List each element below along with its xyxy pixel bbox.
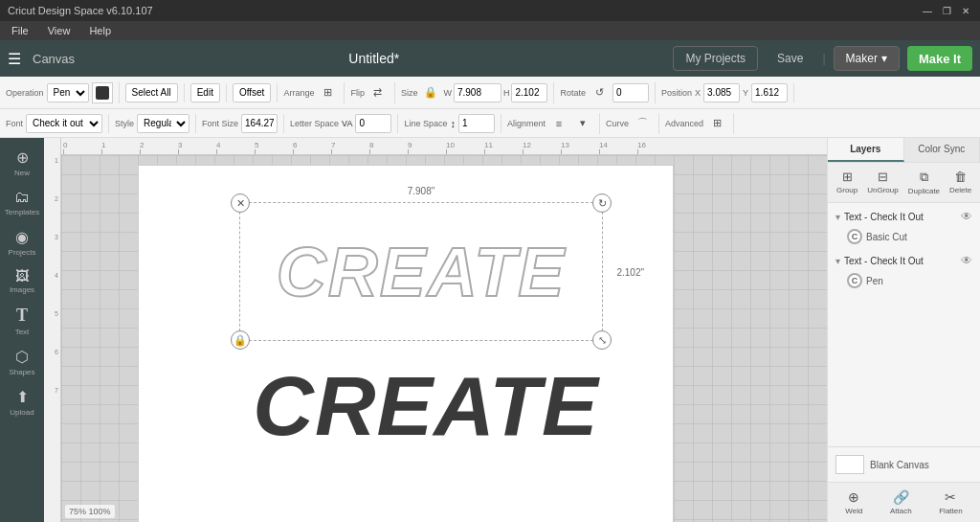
sidebar-item-upload[interactable]: ⬆ Upload — [3, 383, 41, 421]
ungroup-icon: ⊟ — [878, 170, 888, 184]
font-label: Font — [6, 119, 23, 128]
sidebar-item-projects[interactable]: ◉ Projects — [3, 223, 41, 261]
zoom-indicator: 75% 100% — [65, 505, 115, 518]
align-chevron-icon[interactable]: ▾ — [572, 113, 593, 134]
restore-button[interactable]: ❐ — [940, 4, 953, 17]
flatten-label: Flatten — [939, 507, 962, 515]
font-toolbar: Font Check it out Style Regular Font Siz… — [0, 109, 980, 138]
delete-button[interactable]: 🗑 Delete — [945, 167, 976, 198]
menu-file[interactable]: File — [8, 23, 33, 38]
group-label: Group — [836, 186, 858, 194]
chevron-icon-2: ▾ — [835, 256, 840, 266]
align-left-icon[interactable]: ≡ — [548, 113, 569, 134]
eye-icon-1[interactable]: 👁 — [961, 210, 972, 223]
flatten-icon: ✂ — [945, 489, 956, 505]
text-icon: T — [16, 306, 28, 326]
canvas-label: Canvas — [33, 52, 75, 66]
layer-group-header-2[interactable]: ▾ Text - Check It Out 👁 — [832, 251, 976, 270]
images-icon: 🖼 — [15, 268, 29, 284]
width-input[interactable] — [454, 83, 501, 102]
rotate-input[interactable] — [612, 83, 649, 102]
size-group: Size 🔒 W H — [401, 82, 555, 103]
position-label: Position — [661, 88, 692, 98]
font-size-input[interactable] — [241, 114, 278, 133]
canvas-area[interactable]: 1 2 3 4 5 6 7 0 1 2 3 4 5 6 7 8 9 1 — [44, 138, 827, 522]
sidebar-item-label-projects: Projects — [9, 248, 36, 257]
offset-button[interactable]: Offset — [233, 83, 272, 102]
bottom-actions: ⊕ Weld 🔗 Attach ✂ Flatten — [828, 482, 980, 522]
advanced-icon[interactable]: ⊞ — [706, 113, 727, 134]
selection-box[interactable]: 7.908" 2.102" ✕ ↻ 🔒 ⤡ CREATE — [239, 202, 603, 341]
ruler-top: 0 1 2 3 4 5 6 7 8 9 10 11 12 13 14 16 — [61, 138, 827, 155]
attach-button[interactable]: 🔗 Attach — [885, 487, 917, 518]
right-panel-tabs: Layers Color Sync — [828, 138, 980, 163]
save-button[interactable]: Save — [766, 46, 814, 71]
make-it-button[interactable]: Make It — [907, 46, 972, 71]
sidebar-item-new[interactable]: ⊕ New — [3, 144, 41, 182]
offset-group: Offset — [233, 83, 278, 102]
weld-button[interactable]: ⊕ Weld — [840, 487, 867, 518]
curve-label: Curve — [606, 119, 629, 128]
duplicate-button[interactable]: ⧉ Duplicate — [903, 167, 945, 198]
flip-group: Flip ⇄ — [350, 82, 395, 103]
sidebar-item-templates[interactable]: 🗂 Templates — [3, 184, 41, 221]
create-outline-text: CREATE — [277, 233, 567, 311]
sidebar-item-images[interactable]: 🖼 Images — [3, 263, 41, 299]
edit-button[interactable]: Edit — [190, 83, 220, 102]
letter-space-group: Letter Space VA — [290, 114, 398, 133]
flatten-button[interactable]: ✂ Flatten — [934, 487, 967, 518]
sidebar-item-shapes[interactable]: ⬡ Shapes — [3, 343, 41, 381]
tab-color-sync[interactable]: Color Sync — [904, 138, 981, 162]
eye-icon-2[interactable]: 👁 — [961, 254, 972, 267]
rotate-group: Rotate ↺ — [560, 82, 656, 103]
close-button[interactable]: ✕ — [959, 4, 972, 17]
my-projects-button[interactable]: My Projects — [673, 46, 758, 71]
delete-label: Delete — [949, 186, 971, 194]
style-select[interactable]: Regular — [137, 114, 189, 133]
size-label: Size — [401, 88, 418, 98]
pen-color-swatch[interactable] — [92, 82, 113, 103]
document-title: Untitled* — [82, 51, 665, 66]
layer-color-c-1: C — [847, 229, 862, 244]
duplicate-label: Duplicate — [908, 187, 940, 195]
group-button[interactable]: ⊞ Group — [832, 167, 862, 198]
arrange-icon[interactable]: ⊞ — [317, 82, 338, 103]
sidebar-item-text[interactable]: T Text — [3, 301, 41, 341]
rotate-icon[interactable]: ↺ — [589, 82, 610, 103]
arrange-label: Arrange — [283, 88, 314, 98]
select-all-button[interactable]: Select All — [125, 83, 178, 102]
layer-actions: ⊞ Group ⊟ UnGroup ⧉ Duplicate 🗑 Delete — [828, 163, 980, 203]
menu-view[interactable]: View — [44, 23, 75, 38]
props-toolbar: Operation Pen Select All Edit Offset Arr… — [0, 77, 980, 109]
pos-y-input[interactable] — [751, 83, 788, 102]
ungroup-button[interactable]: ⊟ UnGroup — [862, 167, 902, 198]
layer-item-1-1[interactable]: C Basic Cut — [832, 226, 976, 247]
hamburger-icon[interactable]: ☰ — [8, 50, 21, 68]
height-input[interactable] — [511, 83, 547, 102]
left-sidebar: ⊕ New 🗂 Templates ◉ Projects 🖼 Images T … — [0, 138, 44, 522]
operation-select[interactable]: Pen — [47, 83, 89, 102]
sidebar-item-label-templates: Templates — [5, 208, 39, 216]
curve-icon[interactable]: ⌒ — [632, 113, 653, 134]
flip-icon[interactable]: ⇄ — [368, 82, 389, 103]
lock-icon[interactable]: 🔒 — [420, 82, 441, 103]
layer-group-header-1[interactable]: ▾ Text - Check It Out 👁 — [832, 207, 976, 226]
line-space-input[interactable] — [458, 114, 495, 133]
height-dimension-label: 2.102" — [616, 266, 644, 277]
layer-item-2-1[interactable]: C Pen — [832, 270, 976, 291]
menu-bar: File View Help — [0, 21, 980, 40]
attach-icon: 🔗 — [893, 489, 909, 505]
menu-help[interactable]: Help — [85, 23, 115, 38]
maker-button[interactable]: Maker ▾ — [834, 46, 900, 71]
layer-group-name-1: Text - Check It Out — [844, 212, 924, 222]
canvas-content[interactable]: 7.908" 2.102" ✕ ↻ 🔒 ⤡ CREATE CREATE — [61, 155, 827, 522]
ruler-left: 1 2 3 4 5 6 7 — [44, 138, 61, 522]
letter-space-input[interactable] — [355, 114, 391, 133]
sidebar-item-label-images: Images — [10, 285, 34, 294]
tab-layers[interactable]: Layers — [828, 138, 904, 162]
top-right-actions: My Projects Save | Maker ▾ Make It — [673, 46, 972, 71]
minimize-button[interactable]: — — [921, 4, 934, 17]
font-select[interactable]: Check it out — [26, 114, 102, 133]
chevron-icon-1: ▾ — [835, 212, 840, 222]
pos-x-input[interactable] — [703, 83, 740, 102]
